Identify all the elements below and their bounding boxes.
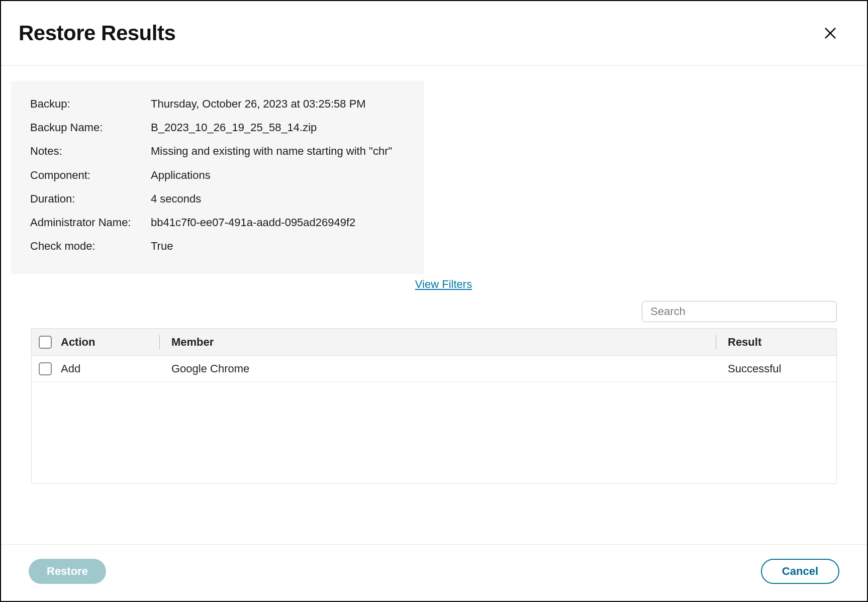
table-cell-action: Add <box>59 362 159 375</box>
info-row-check-mode: Check mode: True <box>30 237 405 255</box>
info-label: Notes: <box>30 142 151 160</box>
backup-info-card: Backup: Thursday, October 26, 2023 at 03… <box>11 81 424 274</box>
info-label: Check mode: <box>30 237 151 255</box>
info-row-admin-name: Administrator Name: bb41c7f0-ee07-491a-a… <box>30 214 405 231</box>
table-cell-result: Successful <box>716 362 836 375</box>
info-label: Backup Name: <box>30 119 151 136</box>
view-filters-link[interactable]: View Filters <box>30 278 857 291</box>
select-all-checkbox[interactable] <box>39 336 52 349</box>
table-row: Add Google Chrome Successful <box>32 356 836 382</box>
info-row-notes: Notes: Missing and existing with name st… <box>30 142 405 160</box>
info-value: Thursday, October 26, 2023 at 03:25:58 P… <box>151 95 366 113</box>
table-header-action[interactable]: Action <box>59 336 159 349</box>
close-icon <box>823 26 837 40</box>
info-row-duration: Duration: 4 seconds <box>30 190 405 208</box>
table-header-checkbox-cell <box>32 336 59 349</box>
restore-results-dialog: Restore Results Backup: Thursday, Octobe… <box>0 0 868 602</box>
table-header-member[interactable]: Member <box>159 336 716 349</box>
table-header-row: Action Member Result <box>32 329 836 356</box>
info-row-backup-name: Backup Name: B_2023_10_26_19_25_58_14.zi… <box>30 119 405 136</box>
dialog-body: Backup: Thursday, October 26, 2023 at 03… <box>1 66 867 544</box>
table-row-checkbox-cell <box>32 362 59 375</box>
search-row <box>11 301 837 322</box>
info-row-component: Component: Applications <box>30 166 405 184</box>
info-value: Applications <box>151 166 211 184</box>
info-label: Administrator Name: <box>30 214 151 231</box>
cancel-button[interactable]: Cancel <box>761 559 839 584</box>
info-value: 4 seconds <box>151 190 201 208</box>
dialog-footer: Restore Cancel <box>1 544 867 601</box>
table-cell-member: Google Chrome <box>159 362 716 375</box>
dialog-title: Restore Results <box>19 21 175 45</box>
info-row-backup: Backup: Thursday, October 26, 2023 at 03… <box>30 95 405 113</box>
table-header-result[interactable]: Result <box>716 336 836 349</box>
info-value: Missing and existing with name starting … <box>151 142 392 160</box>
info-value: bb41c7f0-ee07-491a-aadd-095ad26949f2 <box>151 214 355 231</box>
info-value: True <box>151 237 173 255</box>
results-table: Action Member Result Add Google Chrome S… <box>31 328 837 484</box>
info-label: Component: <box>30 166 151 184</box>
search-input[interactable] <box>642 301 837 322</box>
restore-button[interactable]: Restore <box>29 559 106 584</box>
info-value: B_2023_10_26_19_25_58_14.zip <box>151 119 317 136</box>
info-label: Backup: <box>30 95 151 113</box>
row-checkbox[interactable] <box>39 362 52 375</box>
close-button[interactable] <box>821 24 839 42</box>
info-label: Duration: <box>30 190 151 208</box>
dialog-header: Restore Results <box>1 1 867 66</box>
